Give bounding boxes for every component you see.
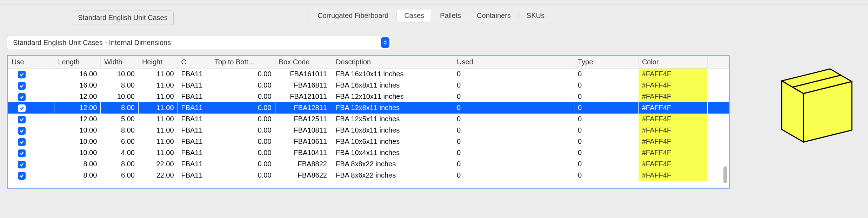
cell-length: 10.00 — [54, 125, 101, 136]
checkbox-icon[interactable] — [18, 138, 26, 146]
cell-box-code: FBA10811 — [275, 125, 332, 136]
cell-use[interactable] — [8, 170, 54, 181]
cell-height: 22.00 — [138, 159, 178, 170]
col-used[interactable]: Used — [453, 56, 574, 69]
cell-height: 11.00 — [138, 102, 178, 114]
table-row[interactable]: 8.008.0022.00FBA110.00FBA8822FBA 8x8x22 … — [8, 159, 729, 170]
cell-use[interactable] — [8, 114, 54, 125]
cell-color: #FAFF4F — [638, 159, 707, 170]
cell-width: 6.00 — [101, 170, 139, 181]
tab-cases[interactable]: Cases — [397, 9, 431, 22]
cell-used: 0 — [453, 147, 574, 159]
table-row[interactable]: 10.008.0011.00FBA110.00FBA10811FBA 10x8x… — [8, 125, 729, 136]
title-chip: Standard English Unit Cases — [72, 11, 174, 25]
cell-height: 11.00 — [138, 80, 178, 91]
cell-top-to-bottom: 0.00 — [211, 159, 275, 170]
table-row[interactable]: 10.004.0011.00FBA110.00FBA10411FBA 10x4x… — [8, 147, 729, 159]
col-description[interactable]: Description — [332, 56, 453, 69]
table-row[interactable]: 12.005.0011.00FBA110.00FBA12511FBA 12x5x… — [8, 114, 729, 125]
cell-use[interactable] — [8, 69, 54, 80]
cell-box-code: FBA121011 — [275, 91, 332, 102]
dataset-dropdown[interactable]: Standard English Unit Cases - Internal D… — [7, 35, 391, 50]
checkbox-icon[interactable] — [18, 149, 26, 157]
checkbox-icon[interactable] — [18, 172, 26, 180]
dataset-dropdown-label: Standard English Unit Cases - Internal D… — [13, 39, 171, 47]
tab-separator — [469, 12, 469, 19]
checkbox-icon[interactable] — [18, 82, 26, 90]
cell-box-code: FBA10411 — [275, 147, 332, 159]
cell-width: 4.00 — [101, 147, 139, 159]
col-width[interactable]: Width — [101, 56, 139, 69]
cell-height: 11.00 — [138, 136, 178, 147]
cell-c: FBA11 — [178, 125, 211, 136]
cell-c: FBA11 — [178, 102, 211, 114]
col-top-to-bottom[interactable]: Top to Bott... — [211, 56, 275, 69]
cell-width: 8.00 — [101, 102, 139, 114]
col-use[interactable]: Use — [8, 56, 54, 69]
col-height[interactable]: Height — [138, 56, 178, 69]
cell-width: 8.00 — [101, 159, 139, 170]
table-row[interactable]: 10.006.0011.00FBA110.00FBA10611FBA 10x6x… — [8, 136, 729, 147]
segmented-tabs[interactable]: Corrugated FiberboardCasesPalletsContain… — [310, 8, 552, 23]
table-row[interactable]: 8.006.0022.00FBA110.00FBA8622FBA 8x6x22 … — [8, 170, 729, 181]
cell-type: 0 — [574, 80, 639, 91]
cell-c: FBA11 — [178, 136, 211, 147]
cell-height: 11.00 — [138, 114, 178, 125]
checkbox-icon[interactable] — [18, 93, 26, 101]
table-row[interactable]: 16.0010.0011.00FBA110.00FBA161011FBA 16x… — [8, 69, 729, 80]
scrollbar-thumb[interactable] — [723, 166, 727, 183]
cases-table[interactable]: Use Length Width Height C Top to Bott...… — [8, 56, 729, 181]
cell-tail — [707, 136, 729, 147]
tab-pallets[interactable]: Pallets — [433, 9, 468, 22]
col-c[interactable]: C — [178, 56, 211, 69]
cell-use[interactable] — [8, 159, 54, 170]
cell-color: #FAFF4F — [638, 170, 707, 181]
cell-description: FBA 12x8x11 inches — [332, 102, 453, 114]
col-length[interactable]: Length — [54, 56, 101, 69]
cell-description: FBA 10x6x11 inches — [332, 136, 453, 147]
cell-use[interactable] — [8, 102, 54, 114]
cell-use[interactable] — [8, 125, 54, 136]
cell-box-code: FBA12811 — [275, 102, 332, 114]
dropdown-stepper-icon[interactable] — [381, 37, 389, 48]
cell-description: FBA 10x8x11 inches — [332, 125, 453, 136]
cell-use[interactable] — [8, 80, 54, 91]
box-preview — [768, 58, 860, 151]
cell-color: #FAFF4F — [638, 102, 707, 114]
table-row[interactable]: 12.008.0011.00FBA110.00FBA12811FBA 12x8x… — [8, 102, 729, 114]
checkbox-icon[interactable] — [18, 127, 26, 135]
tab-containers[interactable]: Containers — [470, 9, 518, 22]
cell-used: 0 — [453, 69, 574, 80]
cell-color: #FAFF4F — [638, 69, 707, 80]
cell-use[interactable] — [8, 136, 54, 147]
cell-color: #FAFF4F — [638, 91, 707, 102]
cell-top-to-bottom: 0.00 — [211, 91, 275, 102]
cell-use[interactable] — [8, 147, 54, 159]
checkbox-icon[interactable] — [18, 161, 26, 168]
cell-description: FBA 12x5x11 inches — [332, 114, 453, 125]
col-box-code[interactable]: Box Code — [275, 56, 332, 69]
cell-length: 12.00 — [54, 91, 101, 102]
cell-used: 0 — [453, 159, 574, 170]
cell-color: #FAFF4F — [638, 125, 707, 136]
cell-c: FBA11 — [178, 69, 211, 80]
cell-use[interactable] — [8, 91, 54, 102]
tab-skus[interactable]: SKUs — [520, 9, 552, 22]
tab-corrugated-fiberboard[interactable]: Corrugated Fiberboard — [311, 9, 395, 22]
cell-c: FBA11 — [178, 147, 211, 159]
checkbox-icon[interactable] — [18, 104, 26, 112]
cell-c: FBA11 — [178, 114, 211, 125]
table-row[interactable]: 16.008.0011.00FBA110.00FBA16811FBA 16x8x… — [8, 80, 729, 91]
cell-type: 0 — [574, 136, 639, 147]
col-tail — [707, 56, 729, 69]
cell-top-to-bottom: 0.00 — [211, 114, 275, 125]
cell-tail — [707, 91, 729, 102]
cell-top-to-bottom: 0.00 — [211, 102, 275, 114]
cell-box-code: FBA16811 — [275, 80, 332, 91]
col-type[interactable]: Type — [574, 56, 639, 69]
cell-c: FBA11 — [178, 91, 211, 102]
checkbox-icon[interactable] — [18, 116, 26, 123]
table-row[interactable]: 12.0010.0011.00FBA110.00FBA121011FBA 12x… — [8, 91, 729, 102]
checkbox-icon[interactable] — [18, 71, 26, 78]
col-color[interactable]: Color — [638, 56, 707, 69]
